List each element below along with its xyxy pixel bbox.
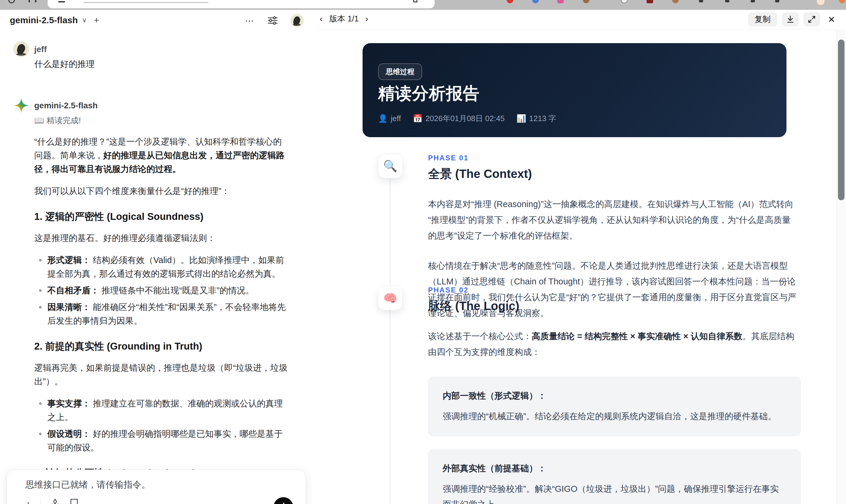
list-item: 形式逻辑： 结构必须有效（Valid）。比如演绎推理中，如果前提全部为真，那么通… [34,253,290,281]
section-2-list: 事实支撑： 推理建立在可靠的数据、准确的观测或公认的真理之上。 假设透明： 好的… [34,397,290,454]
dimension-box-2: 外部真实性（前提基础）： 强调推理的“经验校准”。解决“GIGO（垃圾进，垃圾出… [428,449,801,504]
gemini-star-icon [13,97,29,113]
new-chat-button[interactable]: + [94,15,100,25]
version-navigator: ‹ 版本 1/1 › [320,13,368,24]
chat-header-actions: ⋯ [245,14,304,27]
next-version-button[interactable]: › [365,14,368,23]
phase-2-icon-card: 🧠 [378,286,403,310]
waveform-icon [278,503,288,504]
word-count-icon: 📊 [516,114,526,123]
phase-2-lead: 该论述基于一个核心公式：高质量结论 = 结构完整性 × 事实准确性 × 认知自律… [428,328,797,360]
report-author: jeff [391,114,401,123]
chat-header: gemini-2.5-flash ∨ + ⋯ [0,10,316,34]
artifact-scrollbar[interactable] [836,30,846,504]
dimension-box-1: 内部一致性（形式逻辑）： 强调推理的“机械正确”。结论必须在给定的规则系统内逻辑… [428,377,801,436]
list-item: 因果清晰： 能准确区分“相关性”和“因果关系”，不会轻率地将先后发生的事情归为因… [34,300,290,328]
version-label: 版本 1/1 [329,13,359,24]
section-2-title: 2. 前提的真实性 (Grounding in Truth) [34,340,290,353]
user-message-text: 什么是好的推理 [34,57,290,71]
copy-button[interactable]: 复制 [748,12,777,26]
extension-pink-icon[interactable] [557,0,564,3]
model-selector[interactable]: gemini-2.5-flash ∨ + [10,15,99,25]
list-item: 不自相矛盾： 推理链条中不能出现“既是又非”的情况。 [34,284,290,297]
browser-orange-icon[interactable] [839,0,845,3]
dimension-box-2-title: 外部真实性（前提基础）： [443,463,786,474]
artifact-actions: 复制 [748,12,835,26]
dimension-box-1-text: 强调推理的“机械正确”。结论必须在给定的规则系统内逻辑自洽，这是推理的硬件基础。 [443,409,786,424]
phase-1-eyebrow: PHASE 01 [428,154,802,162]
extension-mono-icon-4[interactable] [775,0,779,2]
account-avatar[interactable] [290,14,304,27]
phase-1-section: 🔍 PHASE 01 全景 (The Context) 本内容是对“推理 (Re… [378,154,802,303]
extension-red-icon[interactable] [507,0,513,3]
report-meta: 👤jeff 📅2026年01月08日 02:45 📊1213 字 [378,113,557,124]
app-window: gemini-2.5-flash ∨ + ⋯ [0,0,846,504]
extension-brown-icon[interactable] [583,0,589,3]
book-icon: 📖 [34,116,45,125]
profile-avatar-icon[interactable] [816,0,825,6]
composer-input[interactable]: 思维接口已就绪，请传输指令。 [25,479,288,491]
extension-mono-icon-2[interactable] [725,0,729,2]
assistant-response: “什么是好的推理？”这是一个涉及逻辑学、认知科学和哲学核心的问题。简单来说，好的… [34,135,290,480]
bookmark-star-icon[interactable] [413,0,417,2]
intro-paragraph: “什么是好的推理？”这是一个涉及逻辑学、认知科学和哲学核心的问题。简单来说，好的… [34,135,290,176]
dimensions-lead: 我们可以从以下四个维度来衡量什么是“好的推理”： [34,184,290,198]
settings-sliders-icon[interactable] [267,16,278,25]
section-1-title: 1. 逻辑的严密性 (Logical Soundness) [34,210,290,223]
list-item: 假设透明： 好的推理会明确指明哪些是已知事实，哪些是基于可能的假设。 [34,427,290,454]
composer[interactable]: 思维接口已就绪，请传输指令。 + [6,469,306,504]
artifact-content[interactable]: 思维过程 精读分析报告 👤jeff 📅2026年01月08日 02:45 📊12… [316,30,836,504]
magnifier-icon: 🔍 [383,160,397,173]
phase-2-eyebrow: PHASE 02 [428,286,802,294]
sparkle-tools-icon[interactable] [49,498,61,504]
expand-icon [808,15,816,23]
user-avatar [13,41,29,57]
calendar-icon: 📅 [413,114,422,123]
download-button[interactable] [782,12,799,26]
close-icon[interactable]: ✕ [828,14,835,25]
more-options-icon[interactable]: ⋯ [245,16,255,26]
list-item: 事实支撑： 推理建立在可靠的数据、准确的观测或公认的真理之上。 [34,397,290,424]
phase-2-title: 脉络 (The Logic) [428,298,802,314]
report-word-count: 1213 字 [529,113,557,124]
model-name: gemini-2.5-flash [10,15,78,25]
artifact-panel: ‹ 版本 1/1 › 复制 [316,10,846,504]
tab-menu-icon [58,0,65,2]
assistant-name: gemini-2.5-flash [34,97,290,113]
phase-1-icon-card: 🔍 [378,154,403,178]
phase-1-paragraph-1: 本内容是对“推理 (Reasoning)”这一抽象概念的高层建模。在知识爆炸与人… [428,196,797,244]
fullscreen-button[interactable] [804,12,820,26]
report-hero-card: 思维过程 精读分析报告 👤jeff 📅2026年01月08日 02:45 📊12… [363,43,787,137]
extension-mono-icon-1[interactable] [699,0,703,2]
browser-toolbar [0,0,846,10]
phase-1-title: 全景 (The Context) [428,166,802,182]
user-name: jeff [34,41,290,57]
attach-plus-icon[interactable]: + [25,498,31,504]
reload-icon[interactable] [8,0,15,3]
report-title: 精读分析报告 [378,83,480,105]
extension-blue-icon[interactable] [532,0,539,3]
section-2-lead: 逻辑再完美，如果前提是错误的，推理也是垃圾（即“垃圾进，垃圾出”）。 [34,361,290,388]
extension-mono-icon-3[interactable] [751,0,755,2]
chat-message-list[interactable]: jeff 什么是好的推理 [0,34,316,480]
download-icon [787,15,794,23]
scrollbar-thumb[interactable] [838,40,845,200]
phase-2-section: 🧠 PHASE 02 脉络 (The Logic) 该论述基于一个核心公式：高质… [378,286,802,504]
assistant-status: 📖 精读完成! [34,114,290,127]
bookmark-icon[interactable] [70,498,78,504]
composer-divider [40,499,40,504]
prev-version-button[interactable]: ‹ [320,14,323,23]
report-badge: 思维过程 [378,64,422,80]
brain-icon: 🧠 [383,292,397,305]
dimension-box-2-text: 强调推理的“经验校准”。解决“GIGO（垃圾进，垃圾出）”问题，确保推理引擎运行… [443,481,786,504]
section-1-lead: 这是推理的基石。好的推理必须遵循逻辑法则： [34,231,290,245]
user-message: jeff 什么是好的推理 [0,34,316,71]
extension-tan-icon[interactable] [672,0,679,3]
extension-darkred-icon[interactable] [647,0,653,3]
artifact-toolbar: ‹ 版本 1/1 › 复制 [316,10,846,29]
dimension-box-1-title: 内部一致性（形式逻辑）： [443,390,786,402]
section-1-list: 形式逻辑： 结构必须有效（Valid）。比如演绎推理中，如果前提全部为真，那么通… [34,253,290,328]
extension-white-icon[interactable] [621,0,628,3]
apps-grid-icon[interactable] [29,0,36,2]
assistant-message: gemini-2.5-flash 📖 精读完成! “什么是好的推理？”这是一个涉… [0,90,316,480]
